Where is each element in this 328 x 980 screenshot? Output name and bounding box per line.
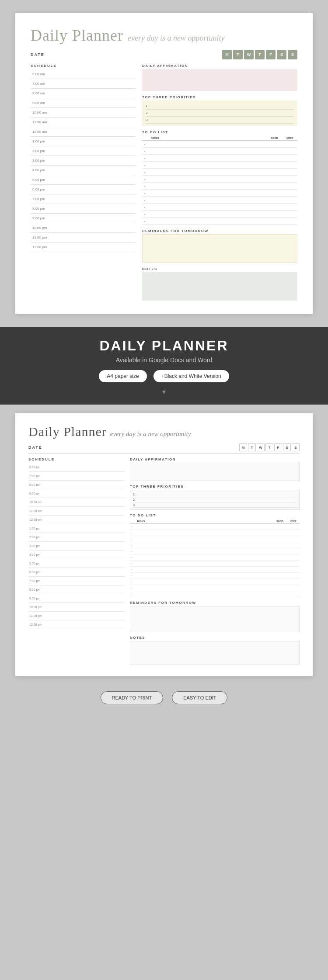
day-btn-s2[interactable]: S <box>288 50 297 59</box>
todo-later-cell[interactable] <box>282 211 297 218</box>
b-todo-later-cell[interactable] <box>286 567 300 573</box>
top-affirmation-box[interactable] <box>142 69 297 91</box>
b-todo-task-cell[interactable] <box>133 548 273 554</box>
day-btn-w[interactable]: W <box>244 50 254 59</box>
todo-soon-cell[interactable] <box>267 204 282 211</box>
b-todo-later-cell[interactable] <box>286 542 300 548</box>
top-notes-box[interactable] <box>142 272 297 301</box>
day-btn2-s1[interactable]: S <box>283 443 291 451</box>
todo-later-cell[interactable] <box>282 141 297 148</box>
top-reminders-box[interactable] <box>142 234 297 263</box>
b-todo-later-cell[interactable] <box>286 585 300 591</box>
b-todo-task-cell[interactable] <box>133 561 273 567</box>
todo-task-cell[interactable] <box>147 162 267 169</box>
b-todo-later-cell[interactable] <box>286 530 300 536</box>
b-todo-task-cell[interactable] <box>133 585 273 591</box>
day-btn-s1[interactable]: S <box>277 50 286 59</box>
b-todo-soon-cell[interactable] <box>273 548 286 554</box>
b-todo-later-cell[interactable] <box>286 579 300 585</box>
todo-task-cell[interactable] <box>147 190 267 197</box>
b-todo-later-cell[interactable] <box>286 548 300 554</box>
day-btn2-m[interactable]: M <box>239 443 247 451</box>
day-btn2-t1[interactable]: T <box>248 443 256 451</box>
todo-task-cell[interactable] <box>147 211 267 218</box>
b-todo-soon-cell[interactable] <box>273 530 286 536</box>
b-todo-soon-cell[interactable] <box>273 536 286 542</box>
day-btn-t1[interactable]: T <box>233 50 243 59</box>
todo-soon-cell[interactable] <box>267 211 282 218</box>
b-todo-later-cell[interactable] <box>286 536 300 542</box>
b-todo-task-cell[interactable] <box>133 579 273 585</box>
b-todo-task-cell[interactable] <box>133 554 273 561</box>
b-todo-task-cell[interactable] <box>133 524 273 530</box>
todo-later-cell[interactable] <box>282 169 297 176</box>
todo-later-cell[interactable] <box>282 218 297 225</box>
b-todo-soon-cell[interactable] <box>273 591 286 597</box>
b-todo-later-cell[interactable] <box>286 561 300 567</box>
todo-soon-cell[interactable] <box>267 190 282 197</box>
day-btn-f[interactable]: F <box>266 50 276 59</box>
b-todo-soon-cell[interactable] <box>273 573 286 579</box>
b-todo-task-cell[interactable] <box>133 536 273 542</box>
todo-later-cell[interactable] <box>282 162 297 169</box>
bottom-reminders-box[interactable] <box>130 606 300 632</box>
todo-task-cell[interactable] <box>147 155 267 162</box>
day-btn-t2[interactable]: T <box>255 50 265 59</box>
bottom-affirmation-box[interactable] <box>130 463 300 481</box>
todo-soon-cell[interactable] <box>267 197 282 204</box>
time-800am: 8:00 am <box>32 91 54 95</box>
todo-later-cell[interactable] <box>282 148 297 155</box>
bottom-notes-box[interactable] <box>130 641 300 665</box>
b-todo-task-cell[interactable] <box>133 567 273 573</box>
todo-soon-cell[interactable] <box>267 176 282 183</box>
day-btn2-f[interactable]: F <box>274 443 282 451</box>
todo-soon-cell[interactable] <box>267 148 282 155</box>
todo-task-cell[interactable] <box>147 169 267 176</box>
schedule-row-1100pm: 11:00 pm <box>31 233 136 242</box>
b-todo-later-cell[interactable] <box>286 554 300 561</box>
todo-later-cell[interactable] <box>282 183 297 190</box>
todo-task-cell[interactable] <box>147 176 267 183</box>
todo-later-cell[interactable] <box>282 197 297 204</box>
day-btn2-t2[interactable]: T <box>265 443 273 451</box>
b-todo-task-cell[interactable] <box>133 591 273 597</box>
b-todo-later-cell[interactable] <box>286 524 300 530</box>
todo-soon-cell[interactable] <box>267 169 282 176</box>
top-priorities-box: 1. 2. 3. <box>142 100 297 126</box>
ready-to-print-button[interactable]: READY TO PRINT <box>101 691 164 704</box>
todo-soon-cell[interactable] <box>267 183 282 190</box>
todo-task-cell[interactable] <box>147 148 267 155</box>
b-todo-task-cell[interactable] <box>133 542 273 548</box>
b-time-1100am: 11:00 am <box>29 509 49 513</box>
bottom-title-row: Daily Planner every day is a new opportu… <box>28 424 300 439</box>
todo-soon-cell[interactable] <box>267 218 282 225</box>
todo-soon-cell[interactable] <box>267 155 282 162</box>
day-btn2-s2[interactable]: S <box>292 443 300 451</box>
todo-later-cell[interactable] <box>282 155 297 162</box>
easy-to-edit-button[interactable]: EASY TO EDIT <box>172 691 227 704</box>
b-todo-soon-cell[interactable] <box>273 567 286 573</box>
todo-soon-cell[interactable] <box>267 141 282 148</box>
day-btn-m[interactable]: M <box>222 50 232 59</box>
b-todo-task-cell[interactable] <box>133 530 273 536</box>
b-todo-soon-cell[interactable] <box>273 585 286 591</box>
todo-task-cell[interactable] <box>147 183 267 190</box>
b-todo-later-cell[interactable] <box>286 573 300 579</box>
todo-task-cell[interactable] <box>147 218 267 225</box>
b-todo-soon-cell[interactable] <box>273 554 286 561</box>
b-todo-soon-cell[interactable] <box>273 524 286 530</box>
todo-task-cell[interactable] <box>147 141 267 148</box>
todo-later-cell[interactable] <box>282 204 297 211</box>
b-todo-soon-cell[interactable] <box>273 561 286 567</box>
day-btn2-w[interactable]: W <box>257 443 265 451</box>
b-todo-soon-cell[interactable] <box>273 579 286 585</box>
todo-later-cell[interactable] <box>282 176 297 183</box>
todo-soon-cell[interactable] <box>267 162 282 169</box>
todo-later-cell[interactable] <box>282 190 297 197</box>
todo-task-cell[interactable] <box>147 197 267 204</box>
b-todo-soon-cell[interactable] <box>273 542 286 548</box>
b-todo-task-cell[interactable] <box>133 573 273 579</box>
todo-task-cell[interactable] <box>147 204 267 211</box>
time-300pm: 3:00 pm <box>32 159 54 163</box>
b-todo-later-cell[interactable] <box>286 591 300 597</box>
